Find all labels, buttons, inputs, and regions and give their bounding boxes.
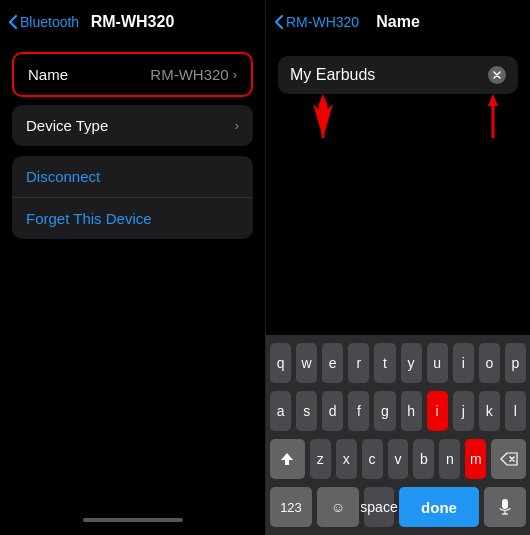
chevron-icon: › — [235, 118, 239, 133]
key-z[interactable]: z — [310, 439, 331, 479]
svg-marker-3 — [488, 94, 498, 106]
key-j[interactable]: j — [453, 391, 474, 431]
device-type-section: Device Type › — [12, 105, 253, 146]
key-i[interactable]: i — [453, 343, 474, 383]
home-bar-panel2 — [266, 511, 530, 529]
name-label: Name — [28, 66, 68, 83]
key-f[interactable]: f — [348, 391, 369, 431]
svg-rect-4 — [502, 499, 508, 509]
svg-marker-1 — [318, 94, 328, 106]
actions-section: Disconnect Forget This Device — [12, 156, 253, 239]
home-bar-panel1 — [0, 511, 265, 529]
key-u[interactable]: u — [427, 343, 448, 383]
key-t[interactable]: t — [374, 343, 395, 383]
chevron-icon: › — [233, 67, 237, 82]
panel-bluetooth-device: Bluetooth RM-WH320 Name RM-WH320 › Devic… — [0, 0, 265, 535]
forget-device-row[interactable]: Forget This Device — [12, 198, 253, 239]
back-button-bluetooth[interactable]: Bluetooth — [8, 14, 79, 30]
key-e[interactable]: e — [322, 343, 343, 383]
name-row-container[interactable]: Name RM-WH320 › — [12, 52, 253, 97]
disconnect-row[interactable]: Disconnect — [12, 156, 253, 198]
keyboard-row-3: z x c v b n m — [270, 439, 526, 479]
key-v[interactable]: v — [388, 439, 409, 479]
key-h[interactable]: h — [401, 391, 422, 431]
key-c[interactable]: c — [362, 439, 383, 479]
key-w[interactable]: w — [296, 343, 317, 383]
key-b[interactable]: b — [413, 439, 434, 479]
home-bar-line — [83, 518, 183, 522]
panel-name-edit: RM-WH320 Name My Earbuds q w e — [265, 0, 530, 535]
key-y[interactable]: y — [401, 343, 422, 383]
key-g[interactable]: g — [374, 391, 395, 431]
name-text-field[interactable]: My Earbuds — [278, 56, 518, 94]
keyboard: q w e r t y u i o p a s d f g h i j k l — [266, 335, 530, 535]
key-backspace[interactable] — [491, 439, 526, 479]
key-p[interactable]: p — [505, 343, 526, 383]
forget-device-label: Forget This Device — [26, 210, 152, 227]
key-s[interactable]: s — [296, 391, 317, 431]
key-n[interactable]: n — [439, 439, 460, 479]
key-shift[interactable] — [270, 439, 305, 479]
key-q[interactable]: q — [270, 343, 291, 383]
arrow-clear-icon — [478, 94, 508, 138]
back-button-device[interactable]: RM-WH320 — [274, 14, 359, 30]
key-l[interactable]: l — [505, 391, 526, 431]
arrows-overlay — [278, 94, 518, 138]
nav-title-panel1: RM-WH320 — [91, 13, 175, 31]
key-r[interactable]: r — [348, 343, 369, 383]
device-type-label: Device Type — [26, 117, 108, 134]
arrow-text-icon — [308, 94, 338, 138]
name-row[interactable]: Name RM-WH320 › — [14, 54, 251, 95]
keyboard-row-2: a s d f g h i j k l — [270, 391, 526, 431]
back-label-device: RM-WH320 — [286, 14, 359, 30]
key-x[interactable]: x — [336, 439, 357, 479]
name-value: RM-WH320 › — [150, 66, 237, 83]
name-input-value[interactable]: My Earbuds — [290, 66, 488, 84]
clear-button[interactable] — [488, 66, 506, 84]
nav-bar-panel2: RM-WH320 Name — [266, 0, 530, 44]
nav-bar-panel1: Bluetooth RM-WH320 — [0, 0, 265, 44]
key-a[interactable]: a — [270, 391, 291, 431]
key-i-red[interactable]: i — [427, 391, 448, 431]
nav-title-panel2: Name — [376, 13, 420, 31]
disconnect-label: Disconnect — [26, 168, 100, 185]
device-type-row[interactable]: Device Type › — [12, 105, 253, 146]
key-k[interactable]: k — [479, 391, 500, 431]
keyboard-row-1: q w e r t y u i o p — [270, 343, 526, 383]
key-d[interactable]: d — [322, 391, 343, 431]
device-type-value: › — [235, 118, 239, 133]
key-m-red[interactable]: m — [465, 439, 486, 479]
back-label-bluetooth: Bluetooth — [20, 14, 79, 30]
key-o[interactable]: o — [479, 343, 500, 383]
